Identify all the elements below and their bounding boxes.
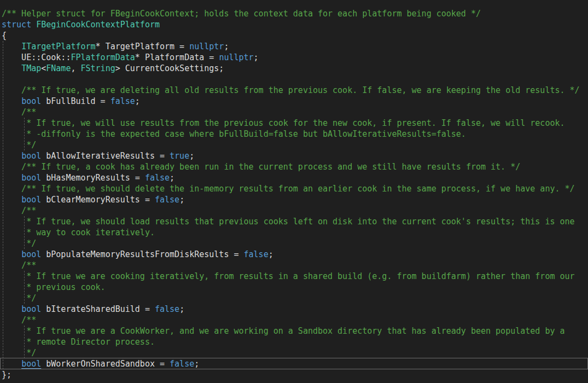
code-line: ITargetPlatform* TargetPlatform = nullpt… [2,41,580,52]
code-line: * If true we are a CookWorker, and we ar… [2,326,580,336]
code-line: /** [2,107,580,118]
code-line: bool bPopulateMemoryResultsFromDiskResul… [2,249,580,260]
code-line: * previous cook. [2,282,580,293]
code-line: /** If true, we should delete the in-mem… [2,183,580,194]
code-line: * remote Director process. [2,336,580,347]
code-line: */ [2,347,580,358]
code-editor[interactable]: /** Helper struct for FBeginCookContext;… [0,0,588,383]
code-line: * If true, we will use results from the … [2,118,580,129]
code-line: { [2,30,580,41]
code-line: * way to cook iteratively. [2,227,580,238]
code-line [2,74,580,85]
code-line: /** Helper struct for FBeginCookContext;… [2,8,580,19]
code-line: /** [2,205,580,216]
code-line: bool bWorkerOnSharedSandbox = false; [2,358,580,369]
code-line: bool bClearMemoryResults = false; [2,194,580,205]
code-line: UE::Cook::FPlatformData* PlatformData = … [2,52,580,63]
code-line: bool bAllowIterativeResults = true; [2,150,580,161]
code-line: struct FBeginCookContextPlatform [2,19,580,30]
code-line: bool bIterateSharedBuild = false; [2,304,580,315]
code-line: */ [2,140,580,150]
code-line: bool bHasMemoryResults = false; [2,172,580,183]
code-line: /** [2,260,580,271]
code-area: /** Helper struct for FBeginCookContext;… [2,8,580,380]
code-line: * -diffonly is the expected case where b… [2,129,580,140]
code-line: */ [2,293,580,304]
code-line: * If true, we should load results that p… [2,216,580,227]
code-line: */ [2,238,580,249]
code-line: TMap<FName, FString> CurrentCookSettings… [2,63,580,74]
code-line: /** If true, a cook has already been run… [2,161,580,172]
code-line: * If true we are cooking iteratively, fr… [2,271,580,282]
code-line: /** If true, we are deleting all old res… [2,85,580,96]
code-line: bool bFullBuild = false; [2,96,580,107]
code-line: }; [2,369,580,380]
code-line: /** [2,315,580,326]
